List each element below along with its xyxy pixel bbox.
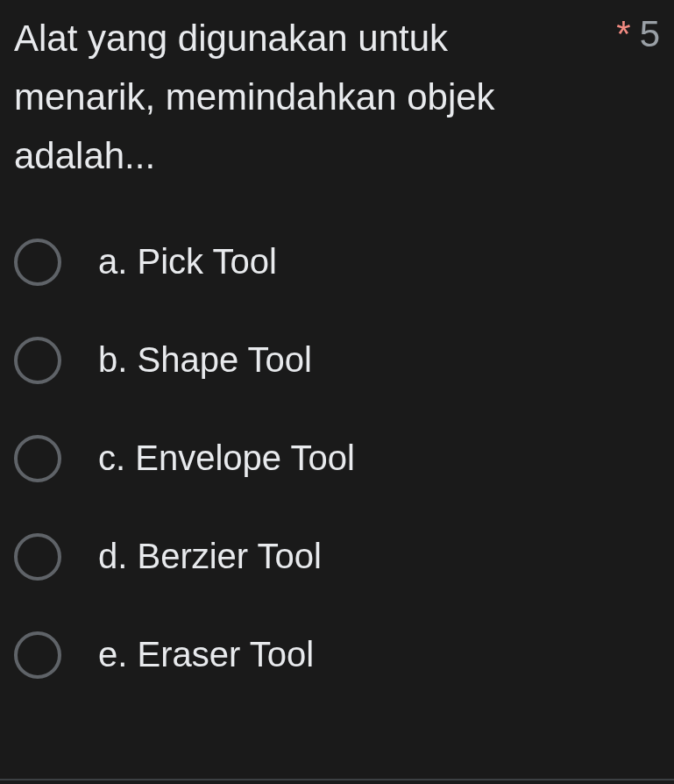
radio-icon[interactable] [14,631,61,679]
option-label: e. Eraser Tool [98,635,314,674]
required-area: * 5 [616,9,660,53]
radio-icon[interactable] [14,435,61,482]
required-asterisk-icon: * [616,16,630,53]
options-list: a. Pick Tool b. Shape Tool c. Envelope T… [14,239,660,679]
option-row-d[interactable]: d. Berzier Tool [14,533,660,581]
question-container: Alat yang digunakan untuk menarik, memin… [0,0,674,696]
option-label: d. Berzier Tool [98,537,322,576]
option-label: a. Pick Tool [98,242,277,282]
question-points: 5 [640,16,660,53]
option-row-b[interactable]: b. Shape Tool [14,337,660,384]
question-text: Alat yang digunakan untuk menarik, memin… [14,9,616,186]
divider [0,779,674,780]
question-header: Alat yang digunakan untuk menarik, memin… [14,9,660,186]
option-label: b. Shape Tool [98,340,312,380]
radio-icon[interactable] [14,337,61,384]
option-label: c. Envelope Tool [98,438,355,478]
option-row-e[interactable]: e. Eraser Tool [14,631,660,679]
option-row-c[interactable]: c. Envelope Tool [14,435,660,482]
radio-icon[interactable] [14,533,61,581]
option-row-a[interactable]: a. Pick Tool [14,239,660,286]
radio-icon[interactable] [14,239,61,286]
